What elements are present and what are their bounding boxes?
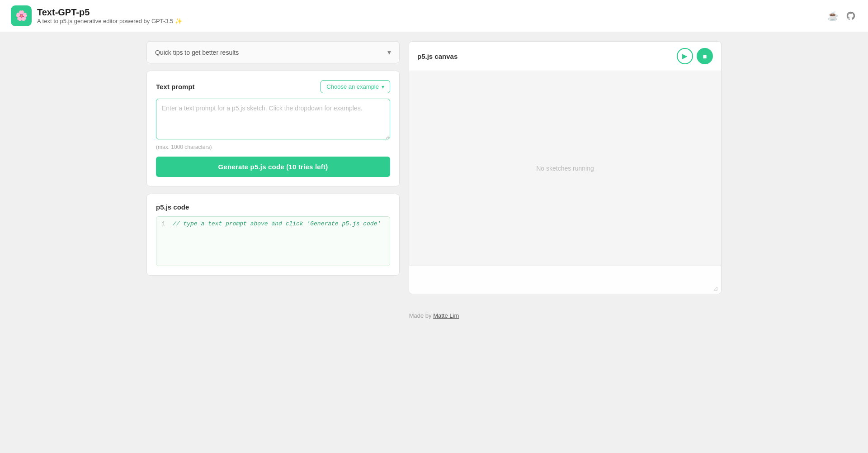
code-card: p5.js code 1 // type a text prompt above… (146, 194, 400, 276)
right-panel: p5.js canvas ▶ ■ No sketches running ⊿ (409, 41, 722, 294)
tips-chevron-icon: ▾ (387, 48, 391, 57)
prompt-label: Text prompt (156, 83, 195, 91)
tips-accordion: Quick tips to get better results ▾ (146, 41, 400, 63)
app-subtitle: A text to p5.js generative editor powere… (37, 18, 182, 24)
canvas-output: ⊿ (409, 266, 721, 294)
left-panel: Quick tips to get better results ▾ Text … (146, 41, 400, 294)
canvas-title: p5.js canvas (417, 52, 458, 60)
code-editor[interactable]: 1 // type a text prompt above and click … (156, 216, 390, 266)
header-right: ☕ (826, 10, 857, 22)
play-icon: ▶ (682, 52, 688, 60)
app-logo: 🌸 (11, 5, 32, 26)
prompt-card: Text prompt Choose an example ▾ (max. 10… (146, 71, 400, 186)
char-limit: (max. 1000 characters) (156, 144, 390, 150)
tips-header[interactable]: Quick tips to get better results ▾ (147, 42, 399, 63)
play-button[interactable]: ▶ (677, 48, 693, 64)
canvas-empty-label: No sketches running (536, 165, 594, 172)
resize-icon: ⊿ (713, 285, 718, 292)
example-dropdown-label: Choose an example (326, 83, 379, 90)
app-title: Text-GPT-p5 (37, 7, 182, 18)
footer: Made by Matte Lim (0, 303, 868, 328)
coffee-icon[interactable]: ☕ (826, 10, 839, 22)
code-content-1: // type a text prompt above and click 'G… (173, 220, 381, 227)
canvas-controls: ▶ ■ (677, 48, 713, 64)
prompt-textarea[interactable] (156, 99, 390, 139)
code-label: p5.js code (156, 203, 390, 211)
app-header: 🌸 Text-GPT-p5 A text to p5.js generative… (0, 0, 868, 32)
footer-prefix: Made by (409, 312, 433, 319)
github-icon[interactable] (844, 10, 857, 22)
code-line-1: 1 // type a text prompt above and click … (156, 217, 390, 231)
github-svg (846, 11, 856, 21)
header-title: Text-GPT-p5 A text to p5.js generative e… (37, 7, 182, 24)
prompt-header: Text prompt Choose an example ▾ (156, 80, 390, 93)
line-number-1: 1 (162, 220, 173, 227)
generate-button[interactable]: Generate p5.js code (10 tries left) (156, 157, 390, 177)
footer-author-link[interactable]: Matte Lim (433, 312, 459, 319)
stop-button[interactable]: ■ (697, 48, 713, 64)
example-dropdown-arrow-icon: ▾ (382, 84, 384, 90)
main-layout: Quick tips to get better results ▾ Text … (136, 32, 732, 303)
canvas-card: p5.js canvas ▶ ■ No sketches running ⊿ (409, 41, 722, 294)
example-dropdown[interactable]: Choose an example ▾ (321, 80, 390, 93)
stop-icon: ■ (703, 52, 707, 60)
tips-label: Quick tips to get better results (155, 49, 239, 56)
canvas-header: p5.js canvas ▶ ■ (409, 42, 721, 71)
logo-icon: 🌸 (15, 10, 28, 22)
header-left: 🌸 Text-GPT-p5 A text to p5.js generative… (11, 5, 182, 26)
canvas-area: No sketches running (409, 71, 721, 266)
